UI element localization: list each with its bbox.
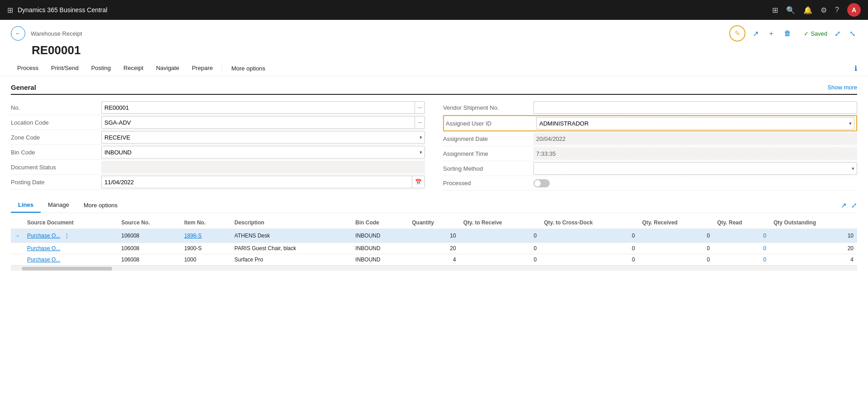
user-avatar[interactable]: A bbox=[847, 3, 861, 17]
row-qty-to-receive: 0 bbox=[460, 254, 541, 266]
table-header-row: Source Document Source No. Item No. Desc… bbox=[11, 217, 857, 229]
menu-item-posting[interactable]: Posting bbox=[85, 61, 117, 76]
show-more-button[interactable]: Show more bbox=[827, 84, 857, 91]
field-location-code-label: Location Code bbox=[11, 119, 101, 126]
page-header-actions: ✎ ↗ ＋ 🗑 ✓ Saved ⤢ ⤡ bbox=[729, 25, 857, 42]
th-description: Description bbox=[231, 217, 352, 229]
delete-button[interactable]: 🗑 bbox=[782, 28, 793, 39]
saved-indicator: ✓ Saved bbox=[804, 30, 827, 37]
sorting-method-select[interactable] bbox=[533, 162, 857, 175]
location-code-ellipsis-btn[interactable]: ··· bbox=[415, 116, 425, 129]
field-processed-label: Processed bbox=[443, 180, 533, 186]
bin-code-select[interactable]: INBOUND bbox=[101, 146, 425, 158]
row-source-document: Purchase O... ⋮ bbox=[24, 229, 118, 243]
menu-item-prepare[interactable]: Prepare bbox=[185, 61, 219, 76]
vendor-shipment-no-input[interactable] bbox=[533, 101, 857, 114]
tab-lines[interactable]: Lines bbox=[11, 198, 41, 213]
table-row[interactable]: Purchase O... 106008 1000 Surface Pro IN… bbox=[11, 254, 857, 266]
bell-icon[interactable]: 🔔 bbox=[803, 6, 812, 14]
zone-code-select[interactable]: RECEIVE bbox=[101, 131, 425, 144]
location-code-input[interactable] bbox=[101, 116, 415, 129]
field-bin-code-label: Bin Code bbox=[11, 149, 101, 156]
no-ellipsis-btn[interactable]: ··· bbox=[415, 101, 425, 114]
breadcrumb: Warehouse Receipt bbox=[31, 30, 82, 37]
table-row[interactable]: → Purchase O... ⋮ 106008 1896-S ATHENS D… bbox=[11, 229, 857, 243]
general-form-grid: No. ··· Location Code ··· Zone C bbox=[11, 100, 857, 191]
general-section: General Show more No. ··· Location Code bbox=[0, 76, 868, 198]
context-menu-btn[interactable]: ⋮ bbox=[62, 231, 72, 240]
row-qty-to-cross-dock: 0 bbox=[540, 254, 638, 266]
saved-label: Saved bbox=[811, 30, 827, 37]
source-document-link[interactable]: Purchase O... bbox=[27, 233, 60, 239]
general-section-title: General bbox=[11, 84, 36, 91]
main-content: ← Warehouse Receipt ✎ ↗ ＋ 🗑 ✓ Saved ⤢ bbox=[0, 20, 868, 410]
posting-date-input[interactable] bbox=[101, 176, 412, 188]
page-title: RE00001 bbox=[0, 42, 868, 61]
th-arrow bbox=[11, 217, 24, 229]
row-qty-to-receive: 0 bbox=[460, 229, 541, 243]
menu-separator bbox=[222, 64, 222, 73]
table-scroll-thumb[interactable] bbox=[22, 267, 112, 270]
share-button[interactable]: ↗ bbox=[751, 28, 760, 40]
row-item-no: 1896-S bbox=[180, 229, 231, 243]
row-arrow bbox=[11, 243, 24, 254]
processed-toggle[interactable] bbox=[533, 179, 550, 187]
field-vendor-shipment-no-label: Vendor Shipment No. bbox=[443, 104, 533, 111]
field-location-code-value: ··· bbox=[101, 116, 425, 129]
lines-expand-icon: ⤢ bbox=[851, 201, 857, 209]
field-zone-code-label: Zone Code bbox=[11, 134, 101, 141]
th-qty-to-receive: Qty. to Receive bbox=[460, 217, 541, 229]
page-header-left: ← Warehouse Receipt bbox=[11, 26, 82, 41]
field-no: No. ··· bbox=[11, 100, 425, 115]
tab-manage[interactable]: Manage bbox=[41, 198, 76, 213]
calendar-btn[interactable]: 📅 bbox=[412, 176, 425, 188]
menu-item-more[interactable]: More options bbox=[225, 61, 272, 75]
no-input[interactable] bbox=[101, 101, 415, 114]
menu-item-process[interactable]: Process bbox=[11, 61, 45, 76]
tab-more-options[interactable]: More options bbox=[76, 198, 125, 212]
row-description: PARIS Guest Chair, black bbox=[231, 243, 352, 254]
add-button[interactable]: ＋ bbox=[766, 27, 777, 40]
row-qty-outstanding: 4 bbox=[770, 254, 857, 266]
field-zone-code: Zone Code RECEIVE bbox=[11, 130, 425, 145]
gear-icon[interactable]: ⚙ bbox=[821, 6, 827, 14]
lines-section: Lines Manage More options ↗ ⤢ Sourc bbox=[0, 198, 868, 278]
document-status-input bbox=[101, 161, 425, 173]
field-posting-date: Posting Date 📅 bbox=[11, 175, 425, 190]
lines-expand-button[interactable]: ⤢ bbox=[851, 201, 857, 210]
field-document-status: Document Status bbox=[11, 160, 425, 175]
source-document-link[interactable]: Purchase O... bbox=[27, 256, 60, 263]
assigned-user-id-select[interactable]: ADMINISTRADOR bbox=[536, 117, 854, 130]
open-new-window-button[interactable]: ⤢ bbox=[833, 28, 842, 40]
grid-icon[interactable]: ⊞ bbox=[772, 6, 778, 14]
action-menu: Process Print/Send Posting Receipt Navig… bbox=[0, 61, 868, 76]
help-icon[interactable]: ? bbox=[835, 6, 839, 14]
lines-share-button[interactable]: ↗ bbox=[841, 201, 847, 210]
form-col-right: Vendor Shipment No. Assigned User ID ADM… bbox=[443, 100, 857, 191]
field-vendor-shipment-no: Vendor Shipment No. bbox=[443, 100, 857, 115]
menu-item-print-send[interactable]: Print/Send bbox=[45, 61, 85, 76]
item-no-link[interactable]: 1896-S bbox=[184, 233, 202, 239]
row-description: ATHENS Desk bbox=[231, 229, 352, 243]
nav-grid-icon[interactable]: ⊞ bbox=[7, 6, 13, 14]
back-button[interactable]: ← bbox=[11, 26, 25, 41]
row-qty-received: 0 bbox=[638, 243, 713, 254]
search-icon[interactable]: 🔍 bbox=[786, 6, 795, 14]
info-icon[interactable]: ℹ bbox=[854, 64, 857, 73]
th-source-no: Source No. bbox=[118, 217, 180, 229]
table-row[interactable]: Purchase O... 106008 1900-S PARIS Guest … bbox=[11, 243, 857, 254]
pencil-icon: ✎ bbox=[735, 29, 741, 37]
row-qty-received: 0 bbox=[638, 229, 713, 243]
menu-item-navigate[interactable]: Navigate bbox=[150, 61, 185, 76]
general-section-header: General Show more bbox=[11, 84, 857, 95]
item-no-link: 1900-S bbox=[184, 245, 202, 252]
table-scrollbar[interactable] bbox=[11, 266, 857, 271]
source-document-link[interactable]: Purchase O... bbox=[27, 245, 60, 252]
row-quantity: 10 bbox=[408, 229, 459, 243]
menu-item-receipt[interactable]: Receipt bbox=[117, 61, 150, 76]
field-assignment-date-value bbox=[533, 132, 857, 145]
field-sorting-method: Sorting Method bbox=[443, 161, 857, 176]
collapse-button[interactable]: ⤡ bbox=[848, 28, 857, 40]
edit-button[interactable]: ✎ bbox=[729, 25, 745, 42]
field-processed: Processed bbox=[443, 176, 857, 191]
